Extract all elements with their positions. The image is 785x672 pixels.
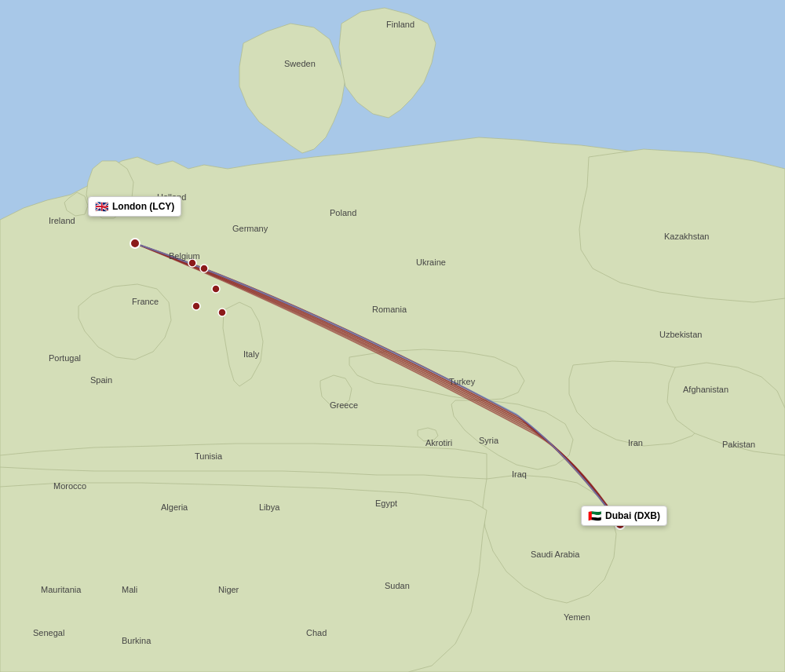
uae-flag-icon: 🇦🇪 [588,509,601,522]
svg-point-3 [192,302,200,310]
map-svg [0,0,785,672]
svg-point-4 [218,309,226,316]
svg-point-0 [188,259,196,267]
svg-point-1 [200,265,208,272]
svg-point-2 [212,285,220,293]
dubai-airport-box: 🇦🇪 Dubai (DXB) [581,506,667,526]
map-container: 🇬🇧 London (LCY) 🇦🇪 Dubai (DXB) Finland S… [0,0,785,672]
london-airport-label: London (LCY) [112,201,174,212]
dubai-airport-label: Dubai (DXB) [605,510,660,521]
uk-flag-icon: 🇬🇧 [95,200,108,213]
svg-point-5 [130,239,140,248]
london-airport-box: 🇬🇧 London (LCY) [88,196,181,217]
